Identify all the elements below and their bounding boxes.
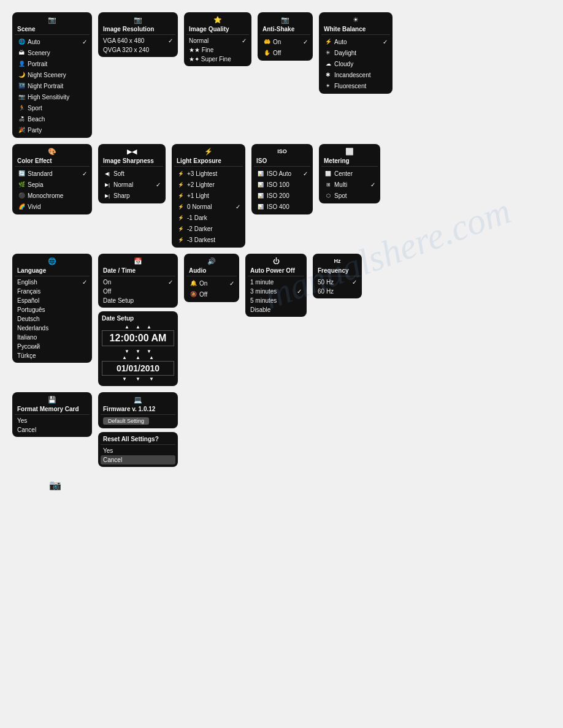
datetime-on[interactable]: On✓ <box>101 278 175 287</box>
iso-auto[interactable]: 📊ISO Auto✓ <box>254 168 310 179</box>
time-up-1[interactable]: ▲ <box>124 324 129 330</box>
res-qvga[interactable]: QVGA 320 x 240 <box>101 45 175 55</box>
freq-60[interactable]: 60 Hz <box>315 287 359 296</box>
lang-portugues[interactable]: Português <box>15 305 90 314</box>
firmware-title: Firmware v. 1.0.12 <box>101 404 175 415</box>
antishake-off[interactable]: ✋Off <box>260 47 310 58</box>
exposure-icon-bar: ⚡ <box>174 146 243 156</box>
res-vga[interactable]: VGA 640 x 480✓ <box>101 36 175 45</box>
apo-3min[interactable]: 3 minutes✓ <box>248 287 304 296</box>
date-up-3[interactable]: ▲ <box>149 355 154 360</box>
scene-auto[interactable]: 🌐Auto✓ <box>15 36 90 47</box>
ce-standard[interactable]: 🔄Standard✓ <box>15 168 90 179</box>
time-dn-2[interactable]: ▼ <box>136 349 140 354</box>
quality-normal[interactable]: Normal✓ <box>186 36 249 45</box>
time-dn-3[interactable]: ▼ <box>147 349 151 354</box>
lang-deutsch[interactable]: Deutsch <box>15 314 90 324</box>
apo-disable[interactable]: Disable <box>248 305 304 314</box>
meter-center[interactable]: ⬜Center <box>321 168 378 179</box>
scene-party[interactable]: 🎉Party <box>15 124 90 135</box>
date-up-2[interactable]: ▲ <box>136 355 140 360</box>
ce-vivid[interactable]: 🌈Vivid <box>15 201 90 212</box>
iso-400[interactable]: 📊ISO 400 <box>254 201 310 212</box>
meter-multi[interactable]: ⊞Multi✓ <box>321 179 378 190</box>
time-up-3[interactable]: ▲ <box>147 324 151 330</box>
wb-daylight[interactable]: ✳Daylight <box>321 47 390 58</box>
lang-francais[interactable]: Français <box>15 287 90 296</box>
time-up-2[interactable]: ▲ <box>136 324 140 330</box>
exp-normal[interactable]: ⚡0 Normal✓ <box>174 201 243 212</box>
time-dn-1[interactable]: ▼ <box>124 349 129 354</box>
scene-night-portrait[interactable]: 🌃Night Portrait <box>15 80 90 91</box>
antishake-on[interactable]: 🤲On✓ <box>260 36 310 47</box>
scene-night-scenery[interactable]: 🌙Night Scenery <box>15 69 90 80</box>
freq-50[interactable]: 50 Hz✓ <box>315 278 359 287</box>
datetime-icon-bar: 📅 <box>101 256 175 266</box>
lang-russian[interactable]: Русский <box>15 342 90 351</box>
reset-yes[interactable]: Yes <box>101 446 175 455</box>
apo-5min[interactable]: 5 minutes <box>248 296 304 305</box>
iso-menu: ISO ISO 📊ISO Auto✓ 📊ISO 100 📊ISO 200 📊IS… <box>251 144 313 214</box>
datetime-off[interactable]: Off <box>101 287 175 296</box>
exp-lighter[interactable]: ⚡+2 Lighter <box>174 179 243 190</box>
ce-sepia[interactable]: 🌿Sepia <box>15 179 90 190</box>
datetime-menu: 📅 Date / Time On✓ Off Date Setup <box>98 254 178 308</box>
exp-light[interactable]: ⚡+1 Light <box>174 190 243 201</box>
date-setup-title: Date Setup <box>102 315 174 322</box>
row-3: 🌐 Language English✓ Français Español Por… <box>12 254 551 386</box>
metering-title: Metering <box>321 156 378 167</box>
lang-espanol[interactable]: Español <box>15 296 90 305</box>
date-dn-2[interactable]: ▼ <box>136 376 140 382</box>
audio-icon-bar: 🔊 <box>186 256 237 266</box>
lang-english[interactable]: English✓ <box>15 278 90 287</box>
scene-high-sensitivity[interactable]: 📷High Sensitivity <box>15 91 90 102</box>
apo-1min[interactable]: 1 minute <box>248 278 304 287</box>
sharp-normal[interactable]: ▶|Normal✓ <box>101 179 163 190</box>
iso-100[interactable]: 📊ISO 100 <box>254 179 310 190</box>
sharp-soft[interactable]: ◀|Soft <box>101 168 163 179</box>
lang-turkce[interactable]: Türkçe <box>15 351 90 360</box>
datetime-datesetup[interactable]: Date Setup <box>101 296 175 305</box>
firmware-default[interactable]: Default Setting <box>101 416 175 426</box>
whitebalance-menu: ☀ White Balance ⚡Auto✓ ✳Daylight ☁Cloudy… <box>319 12 393 94</box>
scene-sport[interactable]: 🏃Sport <box>15 102 90 113</box>
exposure-menu: ⚡ Light Exposure ⚡+3 Lightest ⚡+2 Lighte… <box>172 144 245 248</box>
scene-title: Scene <box>15 25 90 35</box>
date-setup-box: Date Setup ▲ ▲ ▲ 12:00:00 AM ▼ ▼ <box>98 311 178 386</box>
exp-dark[interactable]: ⚡-1 Dark <box>174 212 243 223</box>
antishake-title: Anti-Shake <box>260 25 310 35</box>
audio-menu: 🔊 Audio 🔔On✓ 🔕Off <box>184 254 239 302</box>
audio-on[interactable]: 🔔On✓ <box>186 278 237 289</box>
sharpness-title: Image Sharpness <box>101 156 163 167</box>
scene-scenery[interactable]: 🏔Scenery <box>15 47 90 58</box>
bottom-icon: 📷 <box>49 479 551 491</box>
iso-200[interactable]: 📊ISO 200 <box>254 190 310 201</box>
lang-italiano[interactable]: Italiano <box>15 333 90 342</box>
date-dn-3[interactable]: ▼ <box>149 376 154 382</box>
quality-icon-bar: ⭐ <box>186 15 249 25</box>
exp-lightest[interactable]: ⚡+3 Lightest <box>174 168 243 179</box>
format-yes[interactable]: Yes <box>15 416 90 425</box>
format-cancel[interactable]: Cancel <box>15 425 90 434</box>
quality-fine[interactable]: ★★ Fine <box>186 45 249 55</box>
audio-off[interactable]: 🔕Off <box>186 289 237 300</box>
language-icon-bar: 🌐 <box>15 256 90 266</box>
date-up-1[interactable]: ▲ <box>122 355 127 360</box>
exp-darker[interactable]: ⚡-2 Darker <box>174 223 243 234</box>
wb-fluorescent[interactable]: ✴Fluorescent <box>321 80 390 91</box>
scene-portrait[interactable]: 👤Portrait <box>15 58 90 69</box>
wb-auto[interactable]: ⚡Auto✓ <box>321 36 390 47</box>
resolution-icon-bar: 📷 <box>101 15 175 25</box>
scene-beach[interactable]: 🏖Beach <box>15 113 90 124</box>
reset-cancel[interactable]: Cancel <box>101 455 175 464</box>
date-dn-1[interactable]: ▼ <box>122 376 127 382</box>
wb-incandescent[interactable]: ✱Incandescent <box>321 69 390 80</box>
wb-cloudy[interactable]: ☁Cloudy <box>321 58 390 69</box>
meter-spot[interactable]: ⬡Spot <box>321 190 378 201</box>
date-display: 01/01/2010 <box>102 361 174 376</box>
exp-darkest[interactable]: ⚡-3 Darkest <box>174 234 243 245</box>
ce-monochrome[interactable]: ⚫Monochrome <box>15 190 90 201</box>
lang-nederlands[interactable]: Nederlands <box>15 324 90 333</box>
sharp-sharp[interactable]: ▶|Sharp <box>101 190 163 201</box>
quality-superfine[interactable]: ★✦ Super Fine <box>186 55 249 64</box>
